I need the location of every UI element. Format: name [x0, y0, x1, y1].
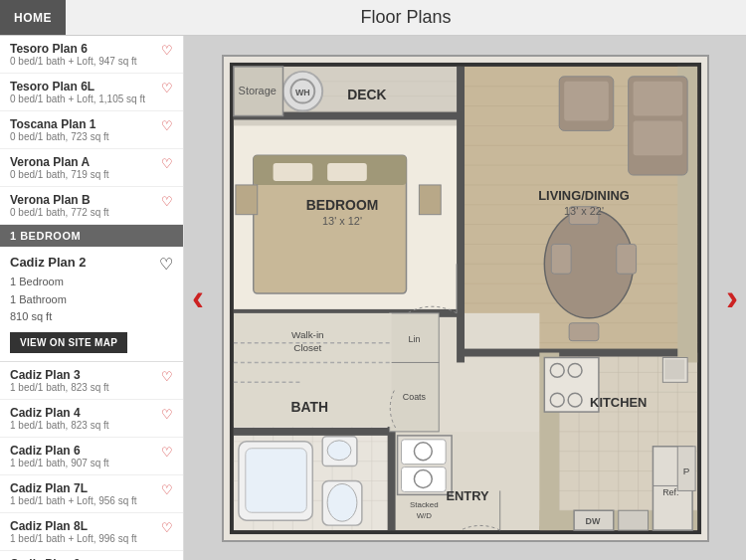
favorite-icon[interactable]: ♡: [161, 445, 173, 460]
favorite-icon[interactable]: ♡: [161, 482, 173, 497]
active-plan-block: Cadiz Plan 2 ♡ 1 Bedroom 1 Bathroom 810 …: [0, 247, 183, 362]
list-item[interactable]: Cadiz Plan 6 1 bed/1 bath, 907 sq ft ♡: [0, 438, 183, 475]
svg-text:Coats: Coats: [402, 392, 426, 402]
favorite-icon[interactable]: ♡: [161, 118, 173, 133]
list-item[interactable]: Cadiz Plan 4 1 bed/1 bath, 823 sq ft ♡: [0, 400, 183, 438]
svg-text:DECK: DECK: [347, 86, 386, 101]
favorite-icon[interactable]: ♡: [161, 43, 173, 58]
svg-text:KITCHEN: KITCHEN: [590, 395, 647, 410]
favorite-icon[interactable]: ♡: [161, 407, 173, 422]
svg-point-99: [327, 440, 351, 460]
plans-above-list: Tesoro Plan 6L 0 bed/1 bath + Loft, 1,10…: [0, 74, 183, 225]
svg-text:P: P: [682, 465, 689, 475]
svg-rect-76: [273, 163, 312, 181]
svg-text:DW: DW: [585, 516, 600, 526]
section-header-1bedroom: 1 BEDROOM: [0, 225, 183, 247]
svg-rect-71: [616, 244, 636, 274]
list-item[interactable]: Cadiz Plan 8L 1 bed/1 bath + Loft, 996 s…: [0, 513, 183, 551]
floor-plan-diagram: WH: [222, 55, 709, 542]
svg-rect-58: [461, 348, 697, 356]
next-arrow[interactable]: ›: [726, 278, 738, 319]
list-item[interactable]: Toscana Plan 1 0 bed/1 bath, 723 sq ft ♡: [0, 111, 183, 149]
svg-rect-79: [419, 184, 441, 214]
svg-text:BEDROOM: BEDROOM: [305, 196, 377, 212]
svg-rect-55: [457, 66, 465, 362]
list-item[interactable]: Cadiz Plan 7L 1 bed/1 bath + Loft, 956 s…: [0, 475, 183, 513]
sidebar: Tesoro Plan 6 0 bed/1 bath + Loft, 947 s…: [0, 36, 184, 560]
svg-point-101: [327, 483, 357, 521]
svg-rect-65: [633, 81, 682, 115]
svg-text:WH: WH: [294, 87, 309, 96]
svg-rect-68: [564, 81, 609, 120]
favorite-icon[interactable]: ♡: [161, 81, 173, 95]
floor-plan-content: ‹: [184, 36, 746, 560]
favorite-icon[interactable]: ♡: [161, 194, 173, 209]
svg-rect-70: [551, 244, 571, 274]
svg-text:Lin: Lin: [408, 333, 420, 343]
home-tab[interactable]: HOME: [0, 0, 66, 35]
svg-rect-77: [327, 163, 367, 181]
prev-arrow[interactable]: ‹: [192, 278, 204, 319]
svg-text:Walk-in: Walk-in: [290, 328, 323, 339]
page-title: Floor Plans: [66, 7, 746, 28]
svg-text:Stacked: Stacked: [410, 500, 439, 509]
list-item[interactable]: Cadiz Plan 9 1 bed/1 bath, 1,000 sq ft ♡: [0, 551, 183, 560]
svg-text:BATH: BATH: [290, 399, 328, 415]
active-favorite-icon[interactable]: ♡: [159, 255, 173, 274]
active-plan-name: Cadiz Plan 2: [10, 255, 87, 270]
svg-rect-97: [245, 448, 305, 511]
list-item[interactable]: Verona Plan A 0 bed/1 bath, 719 sq ft ♡: [0, 149, 183, 187]
header: HOME Floor Plans: [0, 0, 746, 36]
list-item[interactable]: Cadiz Plan 3 1 bed/1 bath, 823 sq ft ♡: [0, 362, 183, 400]
list-item[interactable]: Verona Plan B 0 bed/1 bath, 772 sq ft ♡: [0, 187, 183, 225]
svg-text:Closet: Closet: [293, 341, 321, 352]
svg-text:LIVING/DINING: LIVING/DINING: [538, 187, 630, 202]
list-item[interactable]: Tesoro Plan 6L 0 bed/1 bath + Loft, 1,10…: [0, 74, 183, 111]
favorite-icon[interactable]: ♡: [161, 369, 173, 384]
svg-text:Ref.: Ref.: [662, 487, 678, 497]
active-plan-bath: 1 Bathroom: [10, 291, 173, 309]
svg-text:W/D: W/D: [416, 511, 432, 520]
svg-text:13' x 12': 13' x 12': [322, 214, 362, 226]
svg-text:ENTRY: ENTRY: [446, 488, 489, 503]
svg-rect-108: [664, 359, 684, 379]
plans-below-list: Cadiz Plan 3 1 bed/1 bath, 823 sq ft ♡ C…: [0, 362, 183, 560]
svg-rect-66: [633, 120, 682, 155]
view-site-map-button[interactable]: VIEW ON SITE MAP: [10, 332, 127, 353]
svg-rect-110: [618, 510, 648, 530]
favorite-icon[interactable]: ♡: [161, 520, 173, 535]
svg-rect-78: [235, 184, 257, 214]
svg-rect-73: [569, 322, 599, 340]
svg-text:13' x 22': 13' x 22': [564, 204, 604, 216]
main-layout: Tesoro Plan 6 0 bed/1 bath + Loft, 947 s…: [0, 36, 746, 560]
list-item[interactable]: Tesoro Plan 6 0 bed/1 bath + Loft, 947 s…: [0, 36, 183, 74]
svg-rect-60: [233, 427, 391, 435]
favorite-icon[interactable]: ♡: [161, 156, 173, 171]
active-plan-bed: 1 Bedroom: [10, 274, 173, 291]
active-plan-sqft: 810 sq ft: [10, 308, 173, 326]
svg-text:Storage: Storage: [238, 84, 276, 95]
